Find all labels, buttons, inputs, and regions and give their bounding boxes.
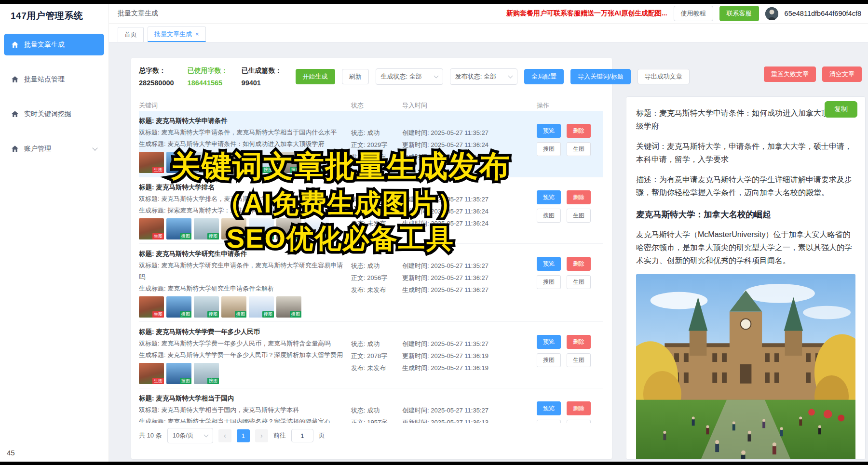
article-thumbnail[interactable]: 搜图 — [221, 218, 246, 239]
row-generated-title: 生成标题: 麦克马斯特大学学费一年多少人民币？深度解析加拿大留学费用 — [139, 349, 344, 361]
row-word-count: 正文: 2029字 — [351, 139, 402, 151]
row-title: 标题: 麦克马斯特大学研究生申请条件 — [139, 248, 344, 260]
search-image-button[interactable]: 搜图 — [537, 275, 561, 289]
time-cell: 创建时间: 2025-05-27 11:35:27更新时间: 2025-05-2… — [402, 115, 537, 173]
keyword-cell: 标题: 麦克马斯特大学申请条件双标题: 麦克马斯特大学申请条件，麦克马斯特大学相… — [139, 115, 351, 173]
delete-button[interactable]: 删除 — [567, 124, 591, 138]
preview-button[interactable]: 预览 — [537, 124, 561, 138]
article-thumbnail[interactable]: 搜图 — [249, 296, 274, 318]
article-thumbnail[interactable]: 搜图 — [276, 218, 301, 239]
contact-support-button[interactable]: 联系客服 — [719, 6, 759, 21]
table-row[interactable]: 标题: 麦克马斯特大学学费一年多少人民币双标题: 麦克马斯特大学学费一年多少人民… — [139, 322, 603, 388]
article-thumbnail[interactable]: 搜图 — [194, 296, 219, 318]
generate-image-button[interactable]: 生图 — [567, 353, 591, 367]
article-thumbnail[interactable]: 搜图 — [194, 218, 219, 239]
row-publish-status: 发布: 未发布 — [351, 284, 402, 296]
article-thumbnail[interactable]: 搜图 — [249, 152, 274, 173]
search-image-button[interactable]: 搜图 — [537, 353, 561, 367]
table-row[interactable]: 标题: 麦克马斯特大学相当于国内双标题: 麦克马斯特大学相当于国内，麦克马斯特大… — [139, 388, 603, 423]
row-dual-title: 双标题: 麦克马斯特大学相当于国内，麦克马斯特大学本科 — [139, 404, 344, 416]
table-row[interactable]: 标题: 麦克马斯特大学排名双标题: 麦克马斯特大学排名，麦克马斯特大学世界排名生… — [139, 177, 603, 244]
article-thumbnail[interactable]: 搜图 — [166, 296, 191, 318]
search-image-button[interactable]: 搜图 — [537, 420, 561, 423]
article-thumbnail[interactable]: 搜图 — [221, 296, 246, 318]
prev-page-button[interactable]: ‹ — [218, 429, 231, 442]
search-image-button[interactable]: 搜图 — [537, 142, 561, 156]
sidebar-item-1[interactable]: 批量文章生成 — [4, 34, 104, 55]
close-icon[interactable]: × — [195, 30, 199, 38]
current-page[interactable]: 1 — [237, 429, 250, 442]
user-id[interactable]: 65e4811dfb644f690f4cf8 — [785, 10, 861, 17]
article-thumbnail[interactable]: 生图 — [139, 363, 164, 384]
article-thumbnail[interactable]: 搜图 — [166, 363, 191, 384]
avatar[interactable] — [765, 7, 778, 20]
sidebar-item-3[interactable]: 实时关键词挖掘 — [4, 103, 104, 125]
article-thumbnail[interactable]: 搜图 — [166, 152, 191, 173]
detail-description: 描述：为有意申请麦克马斯特大学的学生详细讲解申请要求及步骤，帮助你轻松掌握入学条… — [636, 173, 855, 199]
row-created-time: 创建时间: 2025-05-27 11:35:27 — [402, 127, 537, 139]
next-page-button[interactable]: › — [255, 429, 268, 442]
row-status: 状态: 成功 — [351, 193, 402, 205]
article-thumbnail[interactable]: 搜图 — [194, 152, 219, 173]
article-thumbnail[interactable]: 搜图 — [304, 218, 329, 239]
table-row[interactable]: 标题: 麦克马斯特大学研究生申请条件双标题: 麦克马斯特大学研究生申请条件，麦克… — [139, 244, 603, 322]
sidebar-item-label: 批量站点管理 — [24, 75, 65, 84]
preview-button[interactable]: 预览 — [537, 401, 561, 415]
generate-image-button[interactable]: 生图 — [567, 209, 591, 223]
article-thumbnail[interactable]: 生图 — [139, 218, 164, 239]
generate-image-button[interactable]: 生图 — [567, 420, 591, 423]
row-generated-time: 生成时间: 2025-05-27 11:36:27 — [402, 284, 537, 296]
tab-1[interactable]: 首页 — [118, 27, 144, 42]
refresh-button[interactable]: 刷新 — [342, 69, 369, 84]
export-success-button[interactable]: 导出成功文章 — [637, 69, 690, 84]
stats-toolbar: 总字数：282580000已使用字数：186441565已生成篇数：99401开… — [139, 66, 690, 87]
reset-failed-button[interactable]: 重置失败文章 — [764, 66, 816, 82]
article-thumbnail[interactable]: 搜图 — [276, 152, 301, 173]
global-config-button[interactable]: 全局配置 — [524, 69, 564, 84]
article-thumbnail[interactable]: 搜图 — [166, 218, 191, 239]
import-keywords-button[interactable]: 导入关键词/标题 — [570, 69, 631, 84]
goto-page-input[interactable] — [291, 429, 313, 442]
row-generated-time: 生成时间: 2025-05-27 11:36:19 — [402, 362, 537, 374]
preview-button[interactable]: 预览 — [537, 257, 561, 271]
publish-status-select[interactable]: 发布状态: 全部 — [450, 68, 517, 85]
app-title: 147用户管理系统 — [0, 4, 108, 27]
article-thumbnail[interactable]: 搜图 — [194, 363, 219, 384]
promo-notice[interactable]: 新购套餐用户可联系客服赠送一万张AI原创生成配图... — [506, 9, 667, 18]
start-generate-button[interactable]: 开始生成 — [296, 69, 335, 84]
article-thumbnail[interactable]: 生图 — [139, 152, 164, 173]
gen-status-select[interactable]: 生成状态: 全部 — [376, 68, 443, 85]
article-thumbnail[interactable]: 搜图 — [249, 218, 274, 239]
generate-image-button[interactable]: 生图 — [567, 142, 591, 156]
delete-button[interactable]: 删除 — [567, 257, 591, 271]
delete-button[interactable]: 删除 — [567, 190, 591, 204]
preview-button[interactable]: 预览 — [537, 190, 561, 204]
page-size-select[interactable]: 10条/页 — [167, 428, 213, 443]
stat-label: 总字数： — [139, 66, 174, 75]
stat-value: 186441565 — [188, 79, 228, 87]
search-image-badge: 搜图 — [262, 233, 274, 239]
delete-button[interactable]: 删除 — [567, 335, 591, 349]
row-title: 标题: 麦克马斯特大学申请条件 — [139, 115, 344, 127]
article-thumbnail[interactable]: 生图 — [139, 296, 164, 318]
row-updated-time: 更新时间: 2025-05-27 11:36:24 — [402, 205, 537, 217]
sidebar-item-4[interactable]: 账户管理 — [4, 138, 104, 159]
search-image-button[interactable]: 搜图 — [537, 209, 561, 223]
copy-button[interactable]: 复制 — [825, 101, 857, 118]
tab-2[interactable]: 批量文章生成× — [148, 27, 206, 42]
generate-image-button[interactable]: 生图 — [567, 275, 591, 289]
article-thumbnail[interactable]: 搜图 — [276, 296, 301, 318]
clear-articles-button[interactable]: 清空文章 — [822, 66, 862, 82]
delete-button[interactable]: 删除 — [567, 401, 591, 415]
search-image-badge: 搜图 — [180, 233, 191, 239]
row-dual-title: 双标题: 麦克马斯特大学排名，麦克马斯特大学世界排名 — [139, 193, 344, 205]
sidebar-item-2[interactable]: 批量站点管理 — [4, 68, 104, 90]
home-icon — [11, 145, 19, 153]
article-thumbnail[interactable]: 搜图 — [304, 152, 329, 173]
detail-paragraph: 麦克马斯特大学（McMasterUniversity）位于加拿大安大略省的哈密尔… — [636, 228, 855, 267]
table-row[interactable]: 标题: 麦克马斯特大学申请条件双标题: 麦克马斯特大学申请条件，麦克马斯特大学相… — [139, 111, 603, 177]
tutorial-button[interactable]: 使用教程 — [674, 6, 713, 21]
article-thumbnail[interactable]: 搜图 — [221, 152, 246, 173]
preview-button[interactable]: 预览 — [537, 335, 561, 349]
table-body: 标题: 麦克马斯特大学申请条件双标题: 麦克马斯特大学申请条件，麦克马斯特大学相… — [139, 111, 603, 423]
